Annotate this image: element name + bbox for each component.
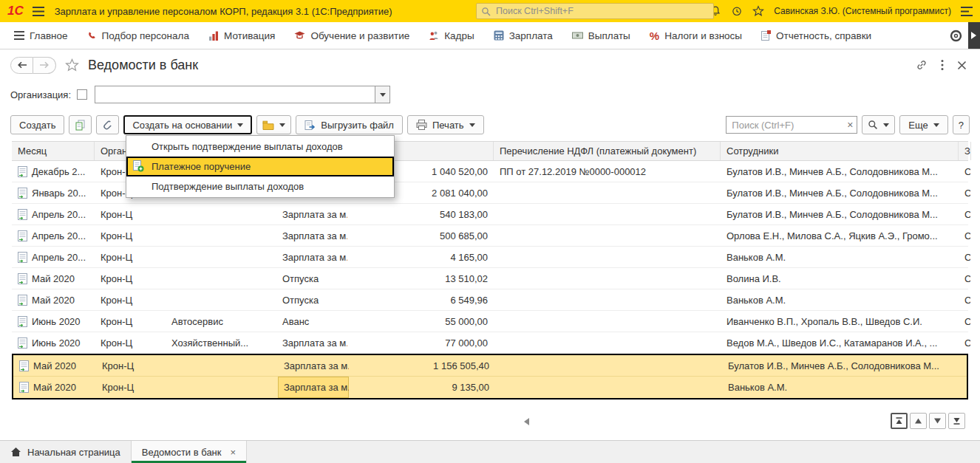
close-icon[interactable] <box>957 61 967 70</box>
cell-kind[interactable]: Отпуска <box>276 268 347 289</box>
user-name[interactable]: Савинская З.Ю. (Системный программист) <box>774 6 951 16</box>
cell-kind[interactable]: Зарплата за м... <box>278 355 349 376</box>
service-menu-icon[interactable] <box>961 7 973 16</box>
table-row[interactable]: Апрель 20... Крон-Ц Зарплата за м... 500… <box>12 225 968 247</box>
table-row[interactable]: Апрель 20... Крон-Ц Зарплата за м... 540… <box>12 204 968 225</box>
cell-kind-focused[interactable]: Зарплата за м... <box>278 377 349 398</box>
help-button[interactable]: ? <box>953 115 970 134</box>
cell-ndfl[interactable] <box>494 332 721 353</box>
cell-org[interactable]: Крон-Ц <box>95 204 166 224</box>
cell-org[interactable]: Крон-Ц <box>95 332 166 353</box>
menu-item-payment-order[interactable]: Платежное поручение <box>126 157 394 176</box>
history-icon[interactable] <box>731 5 743 17</box>
link-icon[interactable] <box>916 59 928 71</box>
page-up-button[interactable] <box>910 413 927 429</box>
global-search-input[interactable] <box>494 5 709 17</box>
cell-month[interactable]: Июнь 2020 <box>12 311 95 332</box>
cell-ndfl[interactable] <box>495 355 722 376</box>
cell-month[interactable]: Апрель 20... <box>12 204 95 224</box>
organization-input[interactable] <box>95 86 375 103</box>
copy-button[interactable] <box>69 115 92 134</box>
ribbon-item-main[interactable]: Главное <box>4 22 78 49</box>
cell-ndfl[interactable] <box>494 182 721 203</box>
cell-dept[interactable]: Автосервис <box>166 311 276 332</box>
cell-org[interactable]: Крон-Ц <box>95 311 166 332</box>
cell-employees[interactable]: Ведов М.А., Шведов И.С., Катамаранов И.А… <box>721 332 959 353</box>
back-button[interactable] <box>10 57 33 74</box>
ribbon-item-recruitment[interactable]: Подбор персонала <box>78 22 199 49</box>
more-dots-icon[interactable] <box>941 59 944 71</box>
table-row-selected[interactable]: Май 2020 Крон-Ц Зарплата за м... 1 156 5… <box>13 355 967 377</box>
cell-org[interactable]: Крон-Ц <box>95 289 166 310</box>
cell-employees[interactable]: Ваньков А.М. <box>721 289 959 310</box>
cell-extra[interactable]: С <box>959 332 970 353</box>
cell-employees[interactable]: Булатов И.В., Минчев А.Б., Солодовникова… <box>721 204 959 224</box>
cell-extra[interactable]: С <box>959 182 970 203</box>
cell-dept[interactable] <box>166 204 276 224</box>
global-search[interactable] <box>476 3 714 19</box>
combo-dropdown-button[interactable] <box>375 86 390 103</box>
cell-sum[interactable]: 4 165,00 <box>347 247 494 267</box>
cell-month[interactable]: Декабрь 2... <box>12 161 95 182</box>
cell-extra[interactable]: С <box>959 289 970 310</box>
cell-ndfl[interactable] <box>494 289 721 310</box>
cell-sum[interactable]: 500 685,00 <box>347 225 494 246</box>
col-extra[interactable]: З <box>959 142 971 160</box>
cell-ndfl[interactable] <box>494 247 721 267</box>
cell-sum[interactable]: 9 135,00 <box>349 377 495 398</box>
scroll-left-icon[interactable] <box>520 418 529 425</box>
page-down-button[interactable] <box>929 413 946 429</box>
panel-expand-icon[interactable] <box>968 22 980 49</box>
cell-month[interactable]: Май 2020 <box>13 377 96 398</box>
cell-employees[interactable]: Булатов И.В., Минчев А.Б., Солодовникова… <box>721 161 959 182</box>
col-ndfl[interactable]: Перечисление НДФЛ (платежный документ) <box>494 142 721 160</box>
ribbon-item-motivation[interactable]: Мотивация <box>199 22 285 49</box>
cell-extra[interactable]: С <box>959 204 970 224</box>
cell-ndfl[interactable] <box>494 225 721 246</box>
cell-dept[interactable] <box>167 377 278 398</box>
cell-org[interactable]: Крон-Ц <box>95 268 166 289</box>
cell-dept[interactable] <box>166 289 276 310</box>
cell-sum[interactable]: 55 000,00 <box>347 311 494 332</box>
list-search-input[interactable] <box>727 120 857 131</box>
cell-ndfl[interactable] <box>494 311 721 332</box>
cell-extra[interactable]: С <box>959 311 970 332</box>
go-last-button[interactable] <box>948 413 965 429</box>
ribbon-item-hr[interactable]: Кадры <box>419 22 483 49</box>
cell-extra[interactable] <box>960 377 972 398</box>
create-group-button[interactable] <box>256 115 291 134</box>
tab-vedomosti-v-bank[interactable]: Ведомости в банк × <box>132 441 247 463</box>
cell-ndfl[interactable] <box>494 268 721 289</box>
organization-checkbox[interactable] <box>77 89 87 100</box>
cell-sum[interactable]: 13 510,02 <box>347 268 494 289</box>
cell-ndfl[interactable] <box>494 204 721 224</box>
ribbon-item-salary[interactable]: Зарплата <box>484 22 562 49</box>
ribbon-item-reports[interactable]: Отчетность, справки <box>752 22 881 49</box>
cell-kind[interactable]: Зарплата за м... <box>276 332 347 353</box>
ribbon-item-training[interactable]: Обучение и развитие <box>285 22 419 49</box>
menu-item-income-confirmation[interactable]: Подтверждение выплаты доходов <box>126 176 394 196</box>
export-file-button[interactable]: Выгрузить файл <box>296 115 403 134</box>
cell-dept[interactable] <box>166 247 276 267</box>
cell-employees[interactable]: Ваньков А.М. <box>721 247 959 267</box>
cell-month[interactable]: Январь 20... <box>12 182 95 203</box>
cell-org[interactable]: Крон-Ц <box>95 247 166 267</box>
cell-extra[interactable]: С <box>959 268 970 289</box>
cell-dept[interactable] <box>166 225 276 246</box>
cell-kind[interactable]: Зарплата за м... <box>276 247 347 267</box>
cell-employees[interactable]: Ваньков А.М. <box>722 377 960 398</box>
cell-month[interactable]: Май 2020 <box>12 268 95 289</box>
cell-employees[interactable]: Иванченко В.П., Хропаль В.В., Шведов С.И… <box>721 311 959 332</box>
col-month[interactable]: Месяц <box>12 142 95 160</box>
create-button[interactable]: Создать <box>10 115 64 134</box>
table-row[interactable]: Май 2020 Крон-Ц Отпуска 6 549,96 Ваньков… <box>12 289 968 311</box>
menu-item-open-confirmation[interactable]: Открыть подтверждение выплаты доходов <box>126 137 394 157</box>
ribbon-item-payments[interactable]: Выплаты <box>562 22 640 49</box>
cell-kind[interactable]: Зарплата за м... <box>276 225 347 246</box>
cell-sum[interactable]: 540 183,00 <box>347 204 494 224</box>
tab-home[interactable]: Начальная страница <box>0 441 132 463</box>
attach-button[interactable] <box>96 115 119 134</box>
cell-month[interactable]: Апрель 20... <box>12 247 95 267</box>
go-first-button[interactable] <box>891 413 908 429</box>
cell-month[interactable]: Май 2020 <box>13 355 96 376</box>
